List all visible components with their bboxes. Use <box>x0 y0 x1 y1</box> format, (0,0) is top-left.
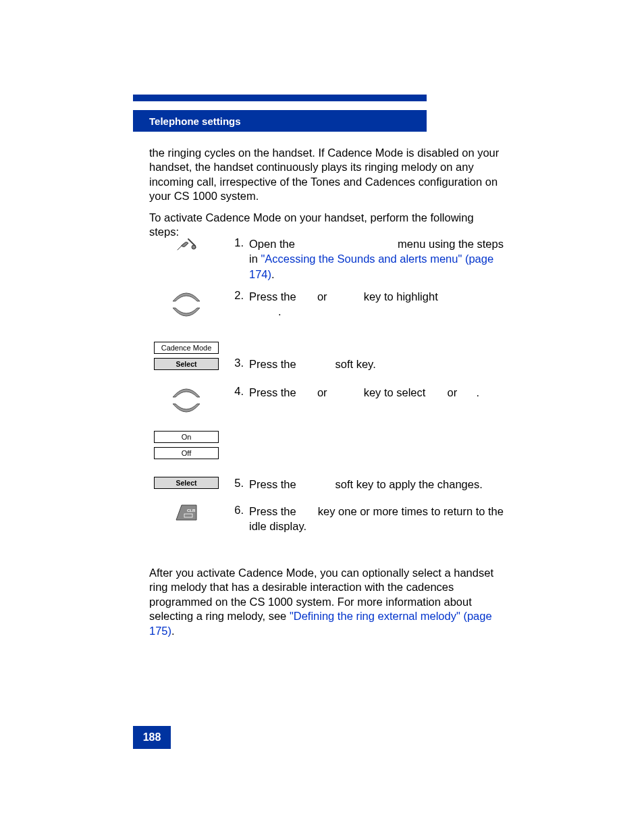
step-number: 4. <box>223 385 249 398</box>
page-number: 188 <box>143 731 161 744</box>
step-3-row: Cadence Mode Select 3. Press the Select … <box>149 342 507 380</box>
up-key-icon <box>171 289 201 303</box>
step-2-row: 2. Press the Up or Down key to highlight… <box>149 289 507 338</box>
step-6-row: CLR 6. Press the Clr key one or more tim… <box>149 504 507 535</box>
header-accent-bar <box>133 95 427 101</box>
clr-key-icon: CLR <box>175 504 198 521</box>
step-number: 3. <box>223 342 249 369</box>
intro-paragraph-1: the ringing cycles on the handset. If Ca… <box>149 146 500 204</box>
sounds-alerts-menu-link[interactable]: "Accessing the Sounds and alerts menu" (… <box>249 253 493 280</box>
down-key-icon <box>171 307 201 320</box>
step-4-text: Press the Up or Down key to select On or… <box>249 385 507 400</box>
step-4-row: On Off 4. Press the Up or Down key to se… <box>149 385 507 473</box>
step-3-text: Press the Select soft key. <box>249 342 507 371</box>
section-header: Telephone settings <box>133 110 427 132</box>
page-number-box: 188 <box>133 726 171 749</box>
step-number: 2. <box>223 289 249 302</box>
up-key-icon <box>171 385 201 398</box>
on-label-box: On <box>154 431 219 443</box>
section-header-text: Telephone settings <box>149 115 241 127</box>
instruction-steps: 1. Open the Sounds and alerts menu using… <box>149 236 507 539</box>
off-label-box: Off <box>154 447 219 459</box>
select-softkey-box: Select <box>154 358 219 370</box>
select-softkey-box: Select <box>154 477 219 489</box>
step-number: 1. <box>223 236 249 249</box>
step-number: 6. <box>223 504 249 517</box>
step-6-text: Press the Clr key one or more times to r… <box>249 504 507 534</box>
step-5-text: Press the Select soft key to apply the c… <box>249 477 507 492</box>
step-1-row: 1. Open the Sounds and alerts menu using… <box>149 236 507 285</box>
settings-tools-icon <box>175 236 198 253</box>
svg-text:CLR: CLR <box>187 509 196 513</box>
outro-paragraph: After you activate Cadence Mode, you can… <box>149 566 500 638</box>
intro-paragraph-2: To activate Cadence Mode on your handset… <box>149 211 500 240</box>
step-1-text: Open the Sounds and alerts menu using th… <box>249 236 507 282</box>
down-key-icon <box>171 402 201 416</box>
step-number: 5. <box>223 477 249 490</box>
step-2-text: Press the Up or Down key to highlight Ca… <box>249 289 507 319</box>
svg-point-0 <box>192 245 196 249</box>
step-5-row: Select 5. Press the Select soft key to a… <box>149 477 507 497</box>
cadence-mode-label-box: Cadence Mode <box>154 342 219 354</box>
